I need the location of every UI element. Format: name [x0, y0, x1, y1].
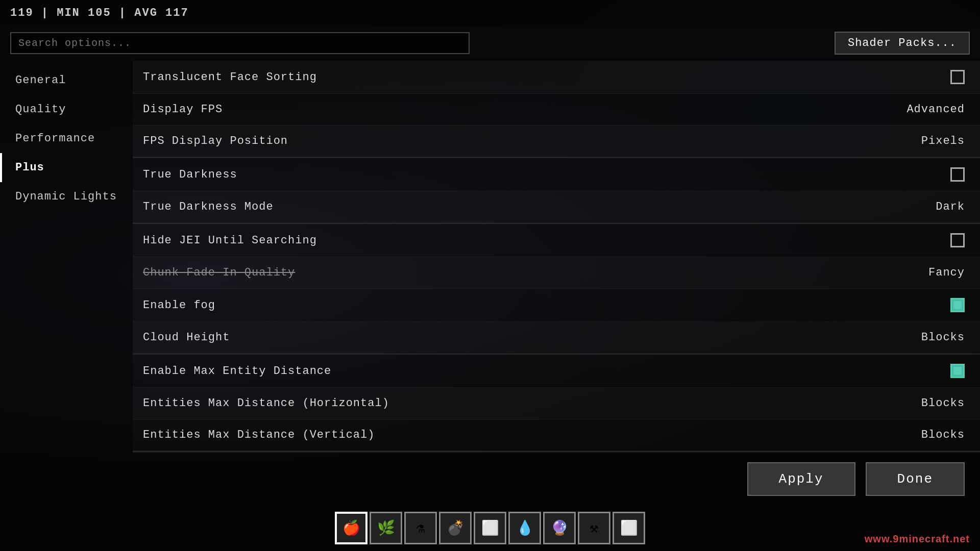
setting-name-cloud-height: Cloud Height: [143, 331, 230, 344]
hotbar: 🍎🌿⚗️💣⬜💧🔮⚒️⬜: [335, 512, 645, 544]
setting-value-display-fps[interactable]: Advanced: [906, 103, 965, 116]
search-input[interactable]: [10, 32, 470, 54]
setting-value-true-darkness-mode[interactable]: Dark: [936, 201, 965, 213]
hotbar-slot-1[interactable]: 🌿: [370, 512, 402, 544]
setting-name-fps-display-position: FPS Display Position: [143, 135, 288, 147]
setting-row-display-fps: Display FPSAdvanced: [133, 94, 980, 126]
setting-name-hide-jei: Hide JEI Until Searching: [143, 234, 317, 247]
fps-counter: 119 | MIN 105 | AVG 117: [10, 7, 189, 19]
setting-value-entities-max-distance-h[interactable]: Blocks: [921, 397, 965, 410]
setting-row-translucent-face-sorting: Translucent Face Sorting: [133, 61, 980, 94]
hotbar-slot-2[interactable]: ⚗️: [404, 512, 437, 544]
bottom-buttons: Apply Done: [0, 453, 980, 505]
setting-row-entities-max-distance-v: Entities Max Distance (Vertical)Blocks: [133, 419, 980, 451]
setting-row-entities-max-distance-h: Entities Max Distance (Horizontal)Blocks: [133, 388, 980, 419]
hotbar-slot-7[interactable]: ⚒️: [578, 512, 610, 544]
shader-packs-button[interactable]: Shader Packs...: [835, 32, 970, 55]
checkbox-checked-enable-max-entity-distance[interactable]: [950, 364, 965, 378]
setting-name-entities-max-distance-h: Entities Max Distance (Horizontal): [143, 397, 389, 410]
setting-row-enable-max-entity-distance: Enable Max Entity Distance: [133, 354, 980, 388]
setting-name-display-fps: Display FPS: [143, 103, 223, 116]
sidebar-item-dynamic-lights[interactable]: Dynamic Lights: [0, 182, 133, 211]
setting-name-enable-fog: Enable fog: [143, 299, 215, 312]
setting-row-hide-jei: Hide JEI Until Searching: [133, 223, 980, 257]
checkbox-checked-enable-fog[interactable]: [950, 298, 965, 312]
hotbar-slot-5[interactable]: 💧: [508, 512, 541, 544]
setting-value-cloud-height[interactable]: Blocks: [921, 331, 965, 344]
setting-value-fps-display-position[interactable]: Pixels: [921, 135, 965, 147]
hotbar-slot-6[interactable]: 🔮: [543, 512, 576, 544]
setting-name-true-darkness: True Darkness: [143, 168, 237, 181]
hotbar-slot-3[interactable]: 💣: [439, 512, 472, 544]
setting-row-true-darkness: True Darkness: [133, 157, 980, 191]
setting-value-chunk-fade[interactable]: Fancy: [928, 266, 965, 279]
sidebar-item-quality[interactable]: Quality: [0, 95, 133, 124]
setting-row-true-darkness-mode: True Darkness ModeDark: [133, 191, 980, 223]
setting-value-entities-max-distance-v[interactable]: Blocks: [921, 429, 965, 441]
checkbox-unchecked-true-darkness[interactable]: [950, 167, 965, 182]
sidebar-item-general[interactable]: General: [0, 66, 133, 95]
hotbar-slot-8[interactable]: ⬜: [612, 512, 645, 544]
settings-list: Translucent Face SortingDisplay FPSAdvan…: [133, 61, 980, 453]
setting-row-fps-display-position: FPS Display PositionPixels: [133, 126, 980, 157]
setting-name-true-darkness-mode: True Darkness Mode: [143, 201, 274, 213]
hotbar-slot-0[interactable]: 🍎: [335, 512, 368, 544]
done-button[interactable]: Done: [866, 462, 965, 496]
setting-name-translucent-face-sorting: Translucent Face Sorting: [143, 71, 317, 84]
hotbar-slot-4[interactable]: ⬜: [474, 512, 506, 544]
checkbox-unchecked-translucent-face-sorting[interactable]: [950, 70, 965, 84]
checkbox-unchecked-hide-jei[interactable]: [950, 233, 965, 247]
sidebar-item-plus[interactable]: Plus: [0, 153, 133, 182]
sidebar: GeneralQualityPerformancePlusDynamic Lig…: [0, 61, 133, 453]
sidebar-item-performance[interactable]: Performance: [0, 124, 133, 153]
setting-row-chunk-fade: Chunk Fade In QualityFancy: [133, 257, 980, 289]
apply-button[interactable]: Apply: [747, 462, 855, 496]
search-area: Shader Packs...: [0, 26, 980, 61]
hotbar-area: 🍎🌿⚗️💣⬜💧🔮⚒️⬜ www.9minecraft.net: [0, 505, 980, 551]
setting-name-enable-max-entity-distance: Enable Max Entity Distance: [143, 365, 331, 378]
setting-row-cloud-height: Cloud HeightBlocks: [133, 322, 980, 354]
settings-panel: Translucent Face SortingDisplay FPSAdvan…: [133, 61, 980, 453]
watermark: www.9minecraft.net: [865, 533, 970, 545]
setting-row-enable-fog: Enable fog: [133, 289, 980, 322]
setting-name-entities-max-distance-v: Entities Max Distance (Vertical): [143, 429, 375, 441]
setting-name-chunk-fade: Chunk Fade In Quality: [143, 266, 295, 279]
